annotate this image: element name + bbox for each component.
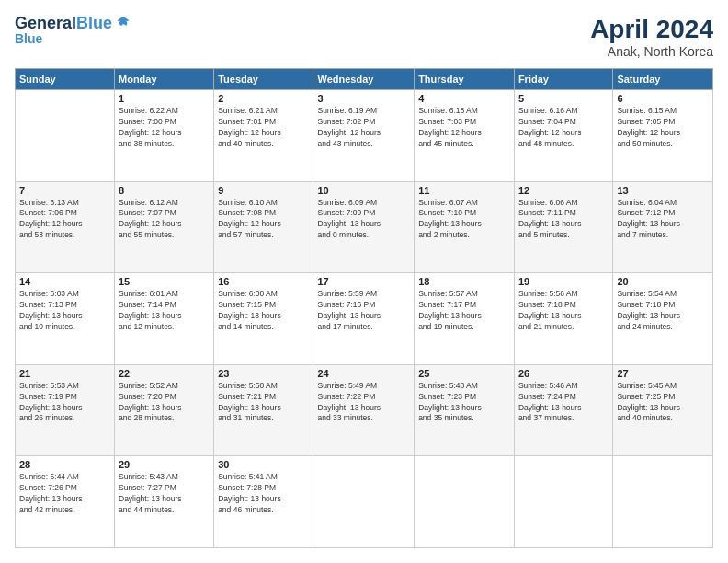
calendar-cell: 26Sunrise: 5:46 AM Sunset: 7:24 PM Dayli… — [514, 364, 612, 456]
calendar-cell: 19Sunrise: 5:56 AM Sunset: 7:18 PM Dayli… — [514, 273, 612, 365]
day-info: Sunrise: 6:07 AM Sunset: 7:10 PM Dayligh… — [418, 198, 510, 242]
week-row-2: 7Sunrise: 6:13 AM Sunset: 7:06 PM Daylig… — [16, 181, 713, 273]
day-number: 20 — [617, 276, 709, 287]
day-info: Sunrise: 5:59 AM Sunset: 7:16 PM Dayligh… — [317, 289, 410, 333]
calendar-cell: 9Sunrise: 6:10 AM Sunset: 7:08 PM Daylig… — [214, 181, 313, 273]
day-info: Sunrise: 6:16 AM Sunset: 7:04 PM Dayligh… — [518, 106, 609, 150]
calendar-cell: 7Sunrise: 6:13 AM Sunset: 7:06 PM Daylig… — [16, 181, 115, 273]
logo-blue: Blue — [15, 31, 132, 46]
logo-text: GeneralBlue — [15, 15, 112, 33]
day-number: 27 — [617, 368, 709, 379]
calendar-cell: 3Sunrise: 6:19 AM Sunset: 7:02 PM Daylig… — [313, 90, 415, 182]
day-info: Sunrise: 6:06 AM Sunset: 7:11 PM Dayligh… — [518, 198, 609, 242]
day-number: 12 — [518, 185, 609, 196]
day-number: 7 — [19, 185, 110, 196]
calendar-cell: 23Sunrise: 5:50 AM Sunset: 7:21 PM Dayli… — [214, 364, 313, 456]
calendar-cell: 1Sunrise: 6:22 AM Sunset: 7:00 PM Daylig… — [115, 90, 214, 182]
calendar-cell: 29Sunrise: 5:43 AM Sunset: 7:27 PM Dayli… — [115, 456, 214, 548]
day-info: Sunrise: 6:10 AM Sunset: 7:08 PM Dayligh… — [218, 198, 309, 242]
calendar-cell: 28Sunrise: 5:44 AM Sunset: 7:26 PM Dayli… — [16, 456, 115, 548]
calendar-cell: 12Sunrise: 6:06 AM Sunset: 7:11 PM Dayli… — [514, 181, 612, 273]
day-number: 18 — [418, 276, 510, 287]
day-info: Sunrise: 5:49 AM Sunset: 7:22 PM Dayligh… — [317, 381, 410, 425]
month-title: April 2024 — [590, 15, 713, 44]
calendar-cell: 15Sunrise: 6:01 AM Sunset: 7:14 PM Dayli… — [115, 273, 214, 365]
week-row-4: 21Sunrise: 5:53 AM Sunset: 7:19 PM Dayli… — [16, 364, 713, 456]
calendar-cell — [613, 456, 713, 548]
logo: GeneralBlue Blue — [15, 15, 132, 46]
day-info: Sunrise: 5:41 AM Sunset: 7:28 PM Dayligh… — [218, 472, 309, 516]
week-row-3: 14Sunrise: 6:03 AM Sunset: 7:13 PM Dayli… — [16, 273, 713, 365]
page: GeneralBlue Blue April 2024 Anak, North … — [0, 0, 728, 563]
calendar-cell: 5Sunrise: 6:16 AM Sunset: 7:04 PM Daylig… — [514, 90, 612, 182]
day-info: Sunrise: 6:21 AM Sunset: 7:01 PM Dayligh… — [218, 106, 309, 150]
day-info: Sunrise: 6:12 AM Sunset: 7:07 PM Dayligh… — [119, 198, 210, 242]
day-number: 24 — [317, 368, 410, 379]
calendar-cell: 13Sunrise: 6:04 AM Sunset: 7:12 PM Dayli… — [613, 181, 713, 273]
day-info: Sunrise: 6:01 AM Sunset: 7:14 PM Dayligh… — [119, 289, 210, 333]
calendar-cell — [313, 456, 415, 548]
calendar-table: SundayMondayTuesdayWednesdayThursdayFrid… — [15, 68, 713, 548]
calendar-cell: 8Sunrise: 6:12 AM Sunset: 7:07 PM Daylig… — [115, 181, 214, 273]
day-info: Sunrise: 5:46 AM Sunset: 7:24 PM Dayligh… — [518, 381, 609, 425]
day-info: Sunrise: 5:45 AM Sunset: 7:25 PM Dayligh… — [617, 381, 709, 425]
day-info: Sunrise: 6:03 AM Sunset: 7:13 PM Dayligh… — [19, 289, 110, 333]
day-number: 11 — [418, 185, 510, 196]
day-info: Sunrise: 5:56 AM Sunset: 7:18 PM Dayligh… — [518, 289, 609, 333]
calendar-cell: 22Sunrise: 5:52 AM Sunset: 7:20 PM Dayli… — [115, 364, 214, 456]
calendar-cell — [514, 456, 612, 548]
day-number: 10 — [317, 185, 410, 196]
day-number: 23 — [218, 368, 309, 379]
calendar-cell: 18Sunrise: 5:57 AM Sunset: 7:17 PM Dayli… — [415, 273, 515, 365]
day-header-saturday: Saturday — [613, 69, 713, 90]
day-header-monday: Monday — [115, 69, 214, 90]
day-info: Sunrise: 5:48 AM Sunset: 7:23 PM Dayligh… — [418, 381, 510, 425]
day-number: 8 — [119, 185, 210, 196]
calendar-cell: 4Sunrise: 6:18 AM Sunset: 7:03 PM Daylig… — [415, 90, 515, 182]
day-number: 15 — [119, 276, 210, 287]
day-number: 9 — [218, 185, 309, 196]
day-header-wednesday: Wednesday — [313, 69, 415, 90]
day-header-tuesday: Tuesday — [214, 69, 313, 90]
day-info: Sunrise: 6:22 AM Sunset: 7:00 PM Dayligh… — [119, 106, 210, 150]
calendar-cell: 14Sunrise: 6:03 AM Sunset: 7:13 PM Dayli… — [16, 273, 115, 365]
day-number: 4 — [418, 93, 510, 104]
day-header-friday: Friday — [514, 69, 612, 90]
week-row-1: 1Sunrise: 6:22 AM Sunset: 7:00 PM Daylig… — [16, 90, 713, 182]
day-info: Sunrise: 5:53 AM Sunset: 7:19 PM Dayligh… — [19, 381, 110, 425]
calendar-cell: 16Sunrise: 6:00 AM Sunset: 7:15 PM Dayli… — [214, 273, 313, 365]
day-number: 17 — [317, 276, 410, 287]
header: GeneralBlue Blue April 2024 Anak, North … — [15, 15, 713, 59]
day-number: 19 — [518, 276, 609, 287]
week-row-5: 28Sunrise: 5:44 AM Sunset: 7:26 PM Dayli… — [16, 456, 713, 548]
day-info: Sunrise: 5:54 AM Sunset: 7:18 PM Dayligh… — [617, 289, 709, 333]
day-info: Sunrise: 6:13 AM Sunset: 7:06 PM Dayligh… — [19, 198, 110, 242]
location: Anak, North Korea — [590, 44, 713, 59]
day-info: Sunrise: 6:15 AM Sunset: 7:05 PM Dayligh… — [617, 106, 709, 150]
title-block: April 2024 Anak, North Korea — [590, 15, 713, 59]
calendar-cell: 24Sunrise: 5:49 AM Sunset: 7:22 PM Dayli… — [313, 364, 415, 456]
calendar-cell: 25Sunrise: 5:48 AM Sunset: 7:23 PM Dayli… — [415, 364, 515, 456]
day-info: Sunrise: 5:44 AM Sunset: 7:26 PM Dayligh… — [19, 472, 110, 516]
day-info: Sunrise: 6:09 AM Sunset: 7:09 PM Dayligh… — [317, 198, 410, 242]
day-number: 22 — [119, 368, 210, 379]
day-number: 26 — [518, 368, 609, 379]
calendar-cell: 17Sunrise: 5:59 AM Sunset: 7:16 PM Dayli… — [313, 273, 415, 365]
calendar-cell: 6Sunrise: 6:15 AM Sunset: 7:05 PM Daylig… — [613, 90, 713, 182]
day-header-thursday: Thursday — [415, 69, 515, 90]
day-number: 1 — [119, 93, 210, 104]
day-number: 14 — [19, 276, 110, 287]
day-number: 21 — [19, 368, 110, 379]
day-info: Sunrise: 5:57 AM Sunset: 7:17 PM Dayligh… — [418, 289, 510, 333]
day-number: 28 — [19, 459, 110, 470]
calendar-cell — [415, 456, 515, 548]
calendar-cell: 11Sunrise: 6:07 AM Sunset: 7:10 PM Dayli… — [415, 181, 515, 273]
calendar-cell: 2Sunrise: 6:21 AM Sunset: 7:01 PM Daylig… — [214, 90, 313, 182]
day-number: 30 — [218, 459, 309, 470]
day-number: 6 — [617, 93, 709, 104]
calendar-cell: 10Sunrise: 6:09 AM Sunset: 7:09 PM Dayli… — [313, 181, 415, 273]
day-number: 13 — [617, 185, 709, 196]
calendar-cell: 20Sunrise: 5:54 AM Sunset: 7:18 PM Dayli… — [613, 273, 713, 365]
calendar-cell: 21Sunrise: 5:53 AM Sunset: 7:19 PM Dayli… — [16, 364, 115, 456]
day-info: Sunrise: 6:04 AM Sunset: 7:12 PM Dayligh… — [617, 198, 709, 242]
